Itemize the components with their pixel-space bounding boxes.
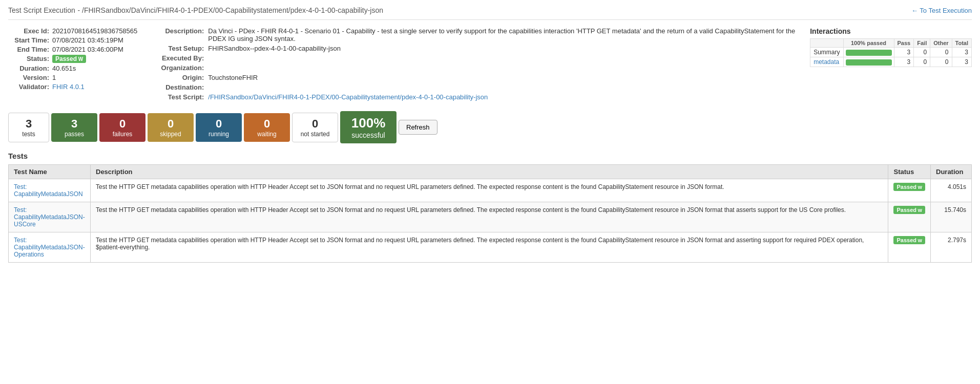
tests-table: Test Name Description Status Duration Te… — [8, 164, 972, 263]
test-description-cell: Test the HTTP GET metadata capabilities … — [91, 202, 888, 232]
duration-label: Duration: — [8, 65, 49, 72]
destination-row: Destination: — [148, 83, 800, 91]
validator-row: Validator: FHIR 4.0.1 — [8, 83, 137, 91]
test-description-cell: Test the HTTP GET metadata capabilities … — [91, 232, 888, 263]
status-label: Status: — [8, 55, 49, 63]
duration-value: 2.797s — [948, 237, 966, 244]
test-name-cell: Test: CapabilityMetadataJSON-USCore — [9, 202, 91, 232]
interactions-col-pass: Pass — [894, 39, 914, 48]
stats-row: 3 tests 3 passes 0 failures 0 skipped 0 … — [8, 111, 972, 143]
status-row: Status: Passed — [8, 55, 137, 63]
version-row: Version: 1 — [8, 74, 137, 81]
test-name-cell: Test: CapabilityMetadataJSON — [9, 179, 91, 202]
stat-failures: 0 failures — [99, 113, 145, 142]
interaction-total: 3 — [952, 57, 971, 67]
interaction-progress — [843, 57, 894, 67]
interactions-col-name — [810, 39, 843, 48]
interactions-table: 100% passed Pass Fail Other Total Summar… — [810, 38, 972, 67]
executed-by-row: Executed By: — [148, 54, 800, 62]
interactions-col-pct: 100% passed — [843, 39, 894, 48]
interaction-other: 0 — [930, 57, 952, 67]
validator-link[interactable]: FHIR 4.0.1 — [52, 83, 85, 91]
test-name-link[interactable]: Test: CapabilityMetadataJSON-Operations — [14, 237, 85, 258]
interaction-pass: 3 — [894, 48, 914, 57]
stat-not-started: 0 not started — [292, 113, 338, 142]
end-time-value: 07/08/2021 03:46:00PM — [52, 46, 123, 53]
waiting-label: waiting — [251, 131, 283, 138]
duration-value: 4.051s — [948, 183, 966, 190]
refresh-button[interactable]: Refresh — [399, 120, 437, 135]
stat-tests: 3 tests — [8, 113, 49, 142]
end-time-label: End Time: — [8, 46, 49, 53]
table-row: Test: CapabilityMetadataJSON-OperationsT… — [9, 232, 972, 263]
passes-label: passes — [58, 131, 90, 138]
interaction-name: Summary — [810, 48, 843, 57]
col-duration-header: Duration — [931, 165, 972, 179]
interaction-total: 3 — [952, 48, 971, 57]
tests-number: 3 — [16, 117, 41, 131]
title-main: Test Script Execution — [8, 6, 75, 14]
test-name-link[interactable]: Test: CapabilityMetadataJSON — [14, 183, 85, 198]
failures-label: failures — [107, 131, 138, 138]
interaction-pass: 3 — [894, 57, 914, 67]
failures-number: 0 — [107, 117, 138, 131]
destination-label: Destination: — [148, 83, 204, 91]
test-description-cell: Test the HTTP GET metadata capabilities … — [91, 179, 888, 202]
test-setup-label: Test Setup: — [148, 45, 204, 52]
test-status-cell: Passed — [888, 202, 931, 232]
test-script-link[interactable]: /FHIRSandbox/DaVinci/FHIR4-0-1-PDEX/00-C… — [208, 93, 488, 101]
version-label: Version: — [8, 74, 49, 81]
interaction-row: metadata3003 — [810, 57, 972, 67]
duration-value: 40.651s — [52, 65, 76, 72]
passed-badge: Passed — [893, 183, 925, 191]
passes-number: 3 — [58, 117, 90, 131]
running-number: 0 — [203, 117, 235, 131]
organization-row: Organization: — [148, 64, 800, 72]
test-duration-cell: 2.797s — [931, 232, 972, 263]
info-section: Exec Id: 20210708164519836758565 Start T… — [8, 27, 972, 103]
test-setup-value: FHIRSandbox--pdex-4-0-1-00-capability-js… — [208, 45, 341, 52]
skipped-number: 0 — [155, 117, 186, 131]
interaction-other: 0 — [930, 48, 952, 57]
version-value: 1 — [52, 74, 56, 81]
interaction-name[interactable]: metadata — [810, 57, 843, 67]
interactions-col-fail: Fail — [914, 39, 930, 48]
stat-success: 100% successful — [340, 111, 397, 143]
validator-label: Validator: — [8, 83, 49, 91]
interaction-row: Summary3003 — [810, 48, 972, 57]
stat-running: 0 running — [196, 113, 242, 142]
origin-row: Origin: TouchstoneFHIR — [148, 74, 800, 81]
interactions-title: Interactions — [810, 27, 972, 35]
test-script-label: Test Script: — [148, 93, 204, 101]
test-script-row: Test Script: /FHIRSandbox/DaVinci/FHIR4-… — [148, 93, 800, 101]
status-badge: Passed — [52, 55, 86, 63]
interaction-fail: 0 — [914, 57, 930, 67]
col-test-name-header: Test Name — [9, 165, 91, 179]
executed-by-label: Executed By: — [148, 54, 204, 62]
running-label: running — [203, 131, 235, 138]
interactions-section: Interactions 100% passed Pass Fail Other… — [810, 27, 972, 103]
desc-label: Description: — [148, 27, 204, 42]
test-status-cell: Passed — [888, 179, 931, 202]
desc-row: Description: Da Vinci - PDex - FHIR R4-0… — [148, 27, 800, 42]
passed-badge: Passed — [893, 236, 925, 244]
success-pct: 100% — [347, 115, 389, 131]
end-time-row: End Time: 07/08/2021 03:46:00PM — [8, 46, 137, 53]
interactions-col-other: Other — [930, 39, 952, 48]
exec-id-row: Exec Id: 20210708164519836758565 — [8, 27, 137, 35]
success-label: successful — [347, 131, 389, 139]
test-duration-cell: 15.740s — [931, 202, 972, 232]
meta-center: Description: Da Vinci - PDex - FHIR R4-0… — [148, 27, 800, 103]
origin-label: Origin: — [148, 74, 204, 81]
page-title: Test Script Execution - /FHIRSandbox/DaV… — [8, 5, 383, 15]
tests-title: Tests — [8, 152, 972, 160]
test-name-cell: Test: CapabilityMetadataJSON-Operations — [9, 232, 91, 263]
test-name-link[interactable]: Test: CapabilityMetadataJSON-USCore — [14, 206, 85, 228]
back-link[interactable]: ← To Test Execution — [911, 7, 972, 14]
table-row: Test: CapabilityMetadataJSONTest the HTT… — [9, 179, 972, 202]
stat-skipped: 0 skipped — [148, 113, 194, 142]
exec-id-value: 20210708164519836758565 — [52, 27, 137, 35]
duration-row: Duration: 40.651s — [8, 65, 137, 72]
origin-value: TouchstoneFHIR — [208, 74, 258, 81]
duration-value: 15.740s — [944, 206, 966, 214]
